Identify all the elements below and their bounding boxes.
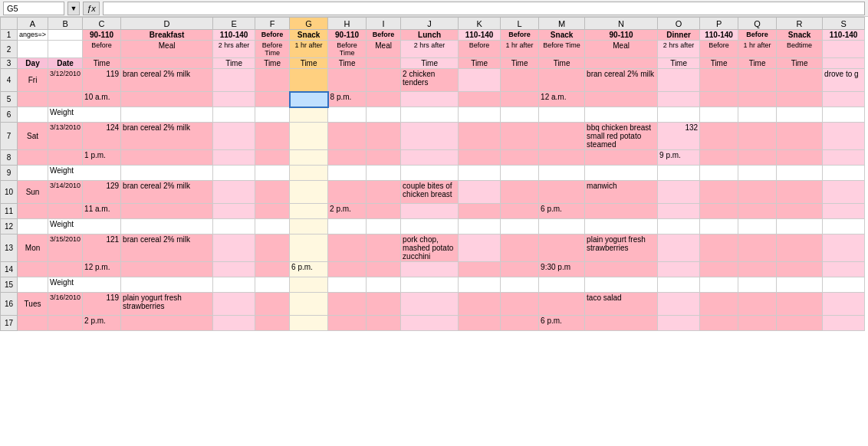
cell-5G[interactable] [290,92,328,107]
cell-8S[interactable] [823,150,865,166]
cell-2F[interactable]: Before Time [255,41,290,58]
cell-17F[interactable] [255,316,290,331]
cell-2Q[interactable]: 1 hr after [738,41,777,58]
cell-4I[interactable] [367,69,401,92]
cell-8E[interactable] [213,150,255,166]
cell-14I[interactable] [367,262,401,277]
cell-12I[interactable] [367,219,401,234]
cell-3R[interactable]: Time [777,58,823,69]
cell-8C[interactable]: 1 p.m. [83,150,121,166]
cell-1S[interactable]: 110-140 [823,30,865,41]
cell-7G[interactable] [290,123,328,150]
cell-1I[interactable]: Before [367,30,401,41]
cell-16O[interactable] [658,293,700,316]
cell-4K[interactable] [459,69,501,92]
cell-3P[interactable]: Time [700,58,738,69]
cell-8J[interactable] [401,150,459,166]
cell-5D[interactable] [121,92,213,107]
cell-17I[interactable] [367,316,401,331]
cell-17O[interactable] [658,316,700,331]
cell-16F[interactable] [255,293,290,316]
cell-8K[interactable] [459,150,501,166]
cell-13I[interactable] [367,234,401,262]
cell-7P[interactable] [700,123,738,150]
cell-4P[interactable] [700,69,738,92]
cell-16K[interactable] [459,293,501,316]
cell-14S[interactable] [823,262,865,277]
cell-4M[interactable] [539,69,585,92]
cell-14N[interactable] [585,262,658,277]
cell-11H[interactable]: 2 p.m. [328,204,367,219]
cell-9B[interactable]: Weight [48,166,121,181]
cell-9S[interactable] [823,166,865,181]
cell-16H[interactable] [328,293,367,316]
cell-4O[interactable] [658,69,700,92]
cell-9P[interactable] [700,166,738,181]
cell-16S[interactable] [823,293,865,316]
cell-5M[interactable]: 12 a.m. [539,92,585,107]
cell-3H[interactable]: Time [328,58,367,69]
cell-17S[interactable] [823,316,865,331]
cell-10L[interactable] [501,181,539,204]
cell-4G[interactable] [290,69,328,92]
cell-11F[interactable] [255,204,290,219]
cell-3I[interactable] [367,58,401,69]
cell-1M[interactable]: Snack [539,30,585,41]
cell-12E[interactable] [213,219,255,234]
cell-5A[interactable] [18,92,48,107]
cell-11O[interactable] [658,204,700,219]
cell-6L[interactable] [501,107,539,123]
cell-12L[interactable] [501,219,539,234]
cell-6I[interactable] [367,107,401,123]
cell-2I[interactable]: Meal [367,41,401,58]
cell-2N[interactable]: Meal [585,41,658,58]
cell-6A[interactable] [18,107,48,123]
cell-9Q[interactable] [738,166,777,181]
cell-2P[interactable]: Before [700,41,738,58]
cell-8H[interactable] [328,150,367,166]
cell-8Q[interactable] [738,150,777,166]
cell-6H[interactable] [328,107,367,123]
cell-14O[interactable] [658,262,700,277]
cell-2M[interactable]: Before Time [539,41,585,58]
cell-5J[interactable] [401,92,459,107]
cell-12M[interactable] [539,219,585,234]
cell-1A[interactable]: anges=> [18,30,48,41]
cell-10C[interactable]: 129 [83,181,121,204]
cell-4E[interactable] [213,69,255,92]
cell-15K[interactable] [459,277,501,293]
cell-4A[interactable]: Fri [18,69,48,92]
cell-11P[interactable] [700,204,738,219]
cell-2G[interactable]: 1 hr after [290,41,328,58]
col-A-header[interactable]: A [18,18,48,30]
cell-17G[interactable] [290,316,328,331]
cell-15A[interactable] [18,277,48,293]
cell-5P[interactable] [700,92,738,107]
cell-2H[interactable]: Before Time [328,41,367,58]
cell-3E[interactable]: Time [213,58,255,69]
cell-13F[interactable] [255,234,290,262]
col-S-header[interactable]: S [823,18,865,30]
cell-6N[interactable] [585,107,658,123]
cell-1J[interactable]: Lunch [401,30,459,41]
cell-16B[interactable]: 3/16/2010 [48,293,83,316]
cell-15G[interactable] [290,277,328,293]
cell-14P[interactable] [700,262,738,277]
cell-10F[interactable] [255,181,290,204]
cell-4C[interactable]: 119 [83,69,121,92]
cell-12A[interactable] [18,219,48,234]
cell-12F[interactable] [255,219,290,234]
cell-3N[interactable] [585,58,658,69]
cell-11K[interactable] [459,204,501,219]
cell-7K[interactable] [459,123,501,150]
cell-16C[interactable]: 119 [83,293,121,316]
cell-10E[interactable] [213,181,255,204]
cell-9L[interactable] [501,166,539,181]
cell-16M[interactable] [539,293,585,316]
cell-16Q[interactable] [738,293,777,316]
cell-10J[interactable]: couple bites of chicken breast [401,181,459,204]
col-C-header[interactable]: C [83,18,121,30]
cell-16J[interactable] [401,293,459,316]
cell-8I[interactable] [367,150,401,166]
cell-7O[interactable]: 132 [658,123,700,150]
